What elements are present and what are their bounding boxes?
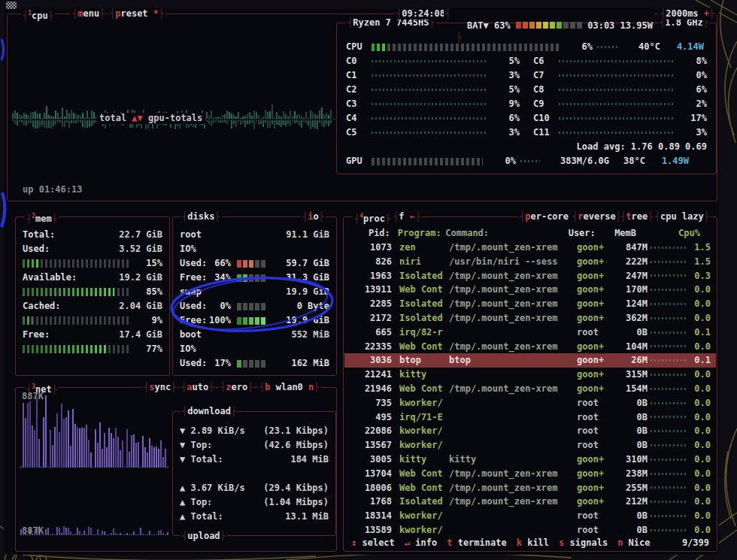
process-mem: 0B bbox=[614, 438, 648, 453]
kill-action[interactable]: k kill bbox=[517, 537, 549, 549]
mem-cached-bar bbox=[23, 316, 131, 325]
process-row[interactable]: 735 kworker/ root 0B 0.0 bbox=[344, 396, 716, 410]
core-graph bbox=[559, 117, 674, 120]
process-command: /tmp/.mount_zen-xrem bbox=[449, 283, 577, 297]
process-cpu-graph bbox=[651, 274, 688, 277]
process-mem: 255M bbox=[614, 481, 648, 495]
process-row[interactable]: 1963 Isolated /tmp/.mount_zen-xrem goon+… bbox=[344, 269, 716, 283]
process-row[interactable]: 13704 Web Cont /tmp/.mount_zen-xrem goon… bbox=[344, 467, 716, 481]
disk-swap-used-meter bbox=[237, 303, 265, 310]
refresh-increase-key[interactable]: + bbox=[704, 8, 709, 19]
upload-speed-row: ▲ 3.67 KiB/s(29.4 Kibps) bbox=[180, 481, 329, 495]
cpu-power: 4.14W bbox=[660, 40, 704, 54]
process-row[interactable]: 21241 kitty goon+ 315M 0.0 bbox=[344, 368, 716, 382]
info-action[interactable]: ↵ info bbox=[405, 537, 437, 549]
filter-control[interactable]: f ← bbox=[392, 210, 422, 222]
cpu-graph-mode-label[interactable]: total ▲▼ gpu-totals bbox=[96, 113, 205, 124]
core-graph bbox=[559, 74, 674, 77]
process-row[interactable]: 2285 Isolated /tmp/.mount_zen-xrem goon+… bbox=[344, 297, 716, 311]
process-user: root bbox=[577, 438, 614, 453]
signals-action[interactable]: s signals bbox=[559, 537, 608, 549]
process-user: goon+ bbox=[577, 269, 614, 283]
core-graph bbox=[559, 103, 674, 105]
toggle-reverse[interactable]: reverse bbox=[571, 210, 623, 222]
process-cpu-graph bbox=[651, 374, 688, 376]
process-row[interactable]: 3036 btop btop goon+ 26M 0.1 bbox=[344, 353, 716, 368]
process-program: kworker/ bbox=[399, 509, 449, 523]
process-row[interactable]: 495 irq/71-E root 0B 0.0 bbox=[344, 410, 716, 425]
cpu-total-row: CPU 6% 40°C 4.14W bbox=[337, 40, 716, 54]
gpu-power: 1.49W bbox=[645, 154, 689, 168]
process-cpu-pct: 0.0 bbox=[691, 523, 711, 537]
process-command: kitty bbox=[449, 453, 577, 467]
toggle-per-core[interactable]: per-core bbox=[518, 210, 575, 222]
process-row[interactable]: 2172 Isolated /tmp/.mount_zen-xrem goon+… bbox=[344, 311, 716, 325]
toggle-tree[interactable]: tree bbox=[619, 210, 654, 222]
process-row[interactable]: 826 niri /usr/bin/niri --sess goon+ 222M… bbox=[344, 255, 716, 269]
zero-toggle[interactable]: zero bbox=[219, 381, 254, 393]
disk-swap-used-row: Used:0% 0 Byte bbox=[180, 299, 329, 313]
core-row: C05% C68% bbox=[337, 54, 716, 68]
sort-indicator[interactable]: cpu lazy bbox=[654, 210, 711, 222]
core-row: C46% C1017% bbox=[337, 111, 716, 126]
terminate-action[interactable]: t terminate bbox=[447, 537, 507, 549]
process-row[interactable]: 18314 kworker/ root 0B 0.0 bbox=[344, 509, 716, 523]
next-interface-key[interactable]: n bbox=[308, 382, 314, 392]
preset-button[interactable]: preset * bbox=[108, 8, 165, 20]
upload-scale: 887K bbox=[22, 525, 44, 536]
interface-switcher[interactable]: b wlan0 n bbox=[258, 381, 321, 393]
process-row[interactable]: 1073 zen /tmp/.mount_zen-xrem goon+ 847M… bbox=[344, 241, 716, 255]
process-cpu-graph bbox=[651, 317, 688, 319]
process-mem: 0B bbox=[614, 325, 648, 340]
process-user: root bbox=[577, 325, 614, 340]
battery-label: BAT▼ bbox=[467, 20, 489, 31]
process-program: Web Cont bbox=[399, 467, 449, 481]
proc-box-title[interactable]: 4proc bbox=[353, 210, 392, 222]
disk-boot-io-row: IO% bbox=[180, 342, 329, 356]
disk-root-free-row: Free:34% 31.3 GiB bbox=[180, 271, 329, 285]
mem-box-title[interactable]: 2mem bbox=[25, 210, 59, 222]
disks-box-title[interactable]: disks bbox=[180, 210, 222, 222]
mem-free-row: Free:17.4 GiB bbox=[23, 328, 162, 342]
menu-button[interactable]: menu bbox=[71, 8, 106, 20]
core-row: C25% C86% bbox=[337, 83, 716, 97]
mem-used-bar-row: 15% bbox=[23, 256, 162, 271]
process-program: Isolated bbox=[399, 311, 449, 325]
process-pid: 3005 bbox=[350, 453, 392, 467]
process-pid: 665 bbox=[350, 325, 392, 340]
process-cpu-graph bbox=[651, 331, 688, 334]
process-row[interactable]: 13589 kworker/ root 0B 0.0 bbox=[344, 523, 716, 537]
process-row[interactable]: 13567 kworker/ root 0B 0.0 bbox=[344, 438, 716, 453]
process-cpu-pct: 0.0 bbox=[691, 495, 711, 509]
cpu-graph-area: total ▲▼ gpu-totals bbox=[12, 20, 335, 174]
process-row[interactable]: 3005 kitty kitty goon+ 310M 0.0 bbox=[344, 453, 716, 467]
process-pid: 21946 bbox=[350, 382, 392, 396]
core-graph bbox=[372, 117, 487, 120]
process-pid: 826 bbox=[350, 255, 392, 269]
proc-position: 9/399 bbox=[682, 537, 709, 549]
process-row[interactable]: 22086 kworker/ root 0B 0.0 bbox=[344, 424, 716, 438]
process-row[interactable]: 1768 Isolated /tmp/.mount_zen-xrem goon+… bbox=[344, 495, 716, 509]
download-scale: 887K bbox=[22, 391, 44, 401]
process-row[interactable]: 13911 Web Cont /tmp/.mount_zen-xrem goon… bbox=[344, 283, 716, 297]
process-command: /tmp/.mount_zen-xrem bbox=[449, 269, 577, 283]
disk-swap-free-meter bbox=[237, 317, 265, 325]
process-row[interactable]: 18006 Web Cont /tmp/.mount_zen-xrem goon… bbox=[344, 481, 716, 495]
process-pid: 22086 bbox=[350, 424, 392, 438]
io-toggle[interactable]: io bbox=[301, 210, 326, 222]
select-action[interactable]: ↕ select bbox=[351, 537, 395, 549]
header-user: User: bbox=[569, 226, 605, 241]
process-row[interactable]: 21946 Web Cont /tmp/.mount_zen-xrem goon… bbox=[344, 382, 716, 396]
process-row[interactable]: 665 irq/82-r root 0B 0.1 bbox=[344, 325, 716, 340]
process-row[interactable]: 22335 Web Cont /tmp/.mount_zen-xrem goon… bbox=[344, 340, 716, 354]
sync-toggle[interactable]: sync bbox=[142, 381, 177, 393]
core-row: C13% C70% bbox=[337, 68, 716, 83]
nice-action[interactable]: n Nice bbox=[617, 537, 650, 549]
refresh-rate-control[interactable]: 2000ms + bbox=[659, 8, 716, 20]
auto-toggle[interactable]: auto bbox=[180, 381, 215, 393]
refresh-rate-value: 2000ms bbox=[666, 8, 698, 19]
process-cpu-graph bbox=[651, 430, 688, 432]
cpu-box: 1cpu menu preset * 09:24:08 BAT▼ 63% 03:… bbox=[7, 14, 717, 201]
cpu-temp-graph bbox=[597, 46, 620, 48]
cpu-box-title[interactable]: 1cpu bbox=[21, 8, 55, 20]
